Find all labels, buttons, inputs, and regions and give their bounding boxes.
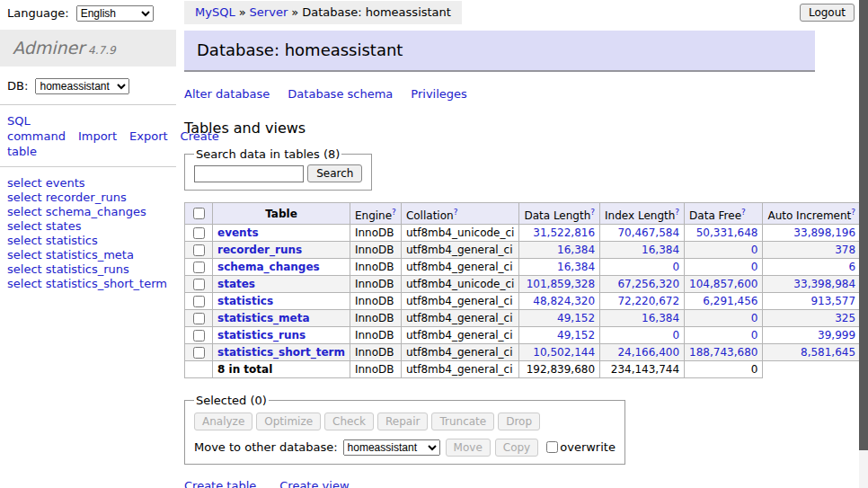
index-length-cell-link[interactable]: 67,256,320 [617, 278, 679, 290]
data-length-cell-link[interactable]: 101,859,328 [527, 278, 595, 290]
table-name-link[interactable]: statistics [217, 295, 273, 307]
auto-increment-cell-link[interactable]: 325 [835, 312, 855, 324]
optimize-button[interactable]: Optimize [256, 413, 321, 430]
data-free-cell-link[interactable]: 0 [751, 329, 758, 342]
create-table-link[interactable]: Create table [184, 479, 256, 488]
row-checkbox[interactable] [193, 227, 205, 239]
sidebar-item-select-events[interactable]: select events [7, 176, 169, 191]
sidebar-item-select-statistics_runs[interactable]: select statistics_runs [7, 262, 169, 277]
row-checkbox[interactable] [193, 262, 205, 273]
database-schema-link[interactable]: Database schema [288, 87, 393, 101]
data-free-cell-link[interactable]: 6,291,456 [703, 295, 757, 307]
row-checkbox-cell [185, 293, 213, 310]
index-length-cell-link[interactable]: 72,220,672 [617, 295, 679, 307]
alter-database-link[interactable]: Alter database [184, 87, 270, 101]
move-button[interactable]: Move [446, 439, 491, 457]
auto-increment-cell-link[interactable]: 8,581,645 [801, 346, 855, 359]
data-length-cell-link[interactable]: 16,384 [557, 261, 595, 273]
copy-button[interactable]: Copy [495, 439, 538, 457]
breadcrumb-separator: » [239, 5, 246, 19]
overwrite-checkbox[interactable] [546, 441, 558, 453]
row-checkbox[interactable] [193, 296, 205, 307]
index-length-cell-link[interactable]: 0 [672, 329, 679, 342]
data-free-cell-link[interactable]: 0 [751, 244, 758, 256]
scrollbar-track[interactable] [859, 0, 868, 488]
db-select[interactable]: homeassistant [35, 78, 129, 94]
index-length-cell-link[interactable]: 16,384 [642, 312, 679, 324]
help-icon[interactable]: ? [741, 208, 746, 217]
row-checkbox-cell [185, 242, 213, 259]
search-input[interactable] [194, 165, 304, 182]
row-checkbox[interactable] [193, 279, 205, 290]
table-name-link[interactable]: statistics_runs [217, 329, 306, 342]
sidebar-link-import[interactable]: Import [78, 129, 117, 143]
data-length-cell-link[interactable]: 49,152 [557, 312, 595, 324]
auto-increment-cell-link[interactable]: 6 [848, 261, 855, 273]
create-view-link[interactable]: Create view [279, 479, 349, 488]
help-icon[interactable]: ? [590, 208, 595, 217]
data-length-cell-link[interactable]: 16,384 [557, 244, 595, 256]
sidebar-link-sql-command[interactable]: SQL command [7, 114, 66, 143]
auto-increment-cell-link[interactable]: 39,999 [818, 329, 855, 342]
data-free-cell-link[interactable]: 50,331,648 [696, 226, 758, 239]
column-header-table: Table [213, 203, 350, 225]
index-length-cell-link[interactable]: 16,384 [642, 244, 679, 256]
auto-increment-cell-link[interactable]: 33,898,196 [793, 226, 855, 239]
sidebar-item-select-statistics[interactable]: select statistics [7, 234, 169, 248]
row-checkbox[interactable] [193, 347, 205, 359]
breadcrumb-server[interactable]: Server [250, 5, 288, 19]
help-icon[interactable]: ? [392, 208, 396, 217]
data-length-cell-link[interactable]: 10,502,144 [533, 346, 595, 359]
sidebar-item-select-recorder_runs[interactable]: select recorder_runs [7, 191, 169, 205]
sidebar-link-export[interactable]: Export [129, 129, 168, 143]
table-name-link[interactable]: recorder_runs [217, 244, 302, 256]
auto-increment-cell-link[interactable]: 33,398,984 [793, 278, 855, 290]
data-free-cell-link[interactable]: 104,857,600 [689, 278, 757, 290]
row-checkbox[interactable] [193, 330, 205, 342]
table-name-cell: statistics_meta [213, 310, 350, 327]
index-length-cell-link[interactable]: 0 [672, 261, 679, 273]
table-name-cell: statistics_short_term [213, 344, 350, 361]
data-length-cell-link[interactable]: 48,824,320 [533, 295, 595, 307]
data-length-cell-link[interactable]: 49,152 [557, 329, 595, 342]
data-length-cell: 16,384 [519, 242, 600, 259]
auto-increment-cell: 39,999 [763, 327, 861, 344]
search-button[interactable]: Search [307, 164, 362, 182]
scrollbar-thumb[interactable] [859, 0, 868, 450]
check-button[interactable]: Check [324, 413, 374, 430]
help-icon[interactable]: ? [851, 208, 855, 217]
data-length-cell-link[interactable]: 31,522,816 [533, 226, 595, 239]
drop-button[interactable]: Drop [498, 413, 540, 430]
analyze-button[interactable]: Analyze [194, 413, 252, 430]
auto-increment-cell-link[interactable]: 913,577 [810, 295, 855, 307]
move-db-select[interactable]: homeassistant [343, 439, 440, 456]
language-select[interactable]: English [76, 5, 154, 22]
auto-increment-cell-link[interactable]: 378 [835, 244, 855, 256]
help-icon[interactable]: ? [675, 208, 679, 217]
table-name-link[interactable]: states [217, 278, 255, 290]
sidebar-item-select-statistics_meta[interactable]: select statistics_meta [7, 248, 169, 262]
repair-button[interactable]: Repair [377, 413, 428, 430]
data-free-cell-link[interactable]: 188,743,680 [689, 346, 757, 359]
table-name-link[interactable]: statistics_meta [217, 312, 310, 324]
index-length-cell: 67,256,320 [600, 276, 685, 293]
logout-button[interactable]: Logout [800, 4, 855, 22]
sidebar-item-select-statistics_short_term[interactable]: select statistics_short_term [7, 277, 169, 291]
index-length-cell-link[interactable]: 24,166,400 [617, 346, 679, 359]
row-checkbox[interactable] [193, 313, 205, 324]
sidebar-item-select-schema_changes[interactable]: select schema_changes [7, 205, 169, 219]
help-icon[interactable]: ? [454, 208, 458, 217]
truncate-button[interactable]: Truncate [431, 413, 494, 430]
table-name-link[interactable]: schema_changes [217, 261, 320, 273]
table-name-link[interactable]: events [217, 226, 259, 239]
breadcrumb-mysql[interactable]: MySQL [195, 5, 235, 19]
data-free-cell-link[interactable]: 0 [751, 261, 758, 273]
privileges-link[interactable]: Privileges [411, 87, 467, 101]
data-free-cell-link[interactable]: 0 [751, 312, 758, 324]
sidebar-item-select-states[interactable]: select states [7, 219, 169, 234]
data-length-cell: 49,152 [519, 327, 600, 344]
table-name-link[interactable]: statistics_short_term [217, 346, 345, 359]
index-length-cell-link[interactable]: 70,467,584 [617, 226, 679, 239]
select-all-checkbox[interactable] [193, 208, 205, 219]
row-checkbox[interactable] [193, 244, 205, 256]
